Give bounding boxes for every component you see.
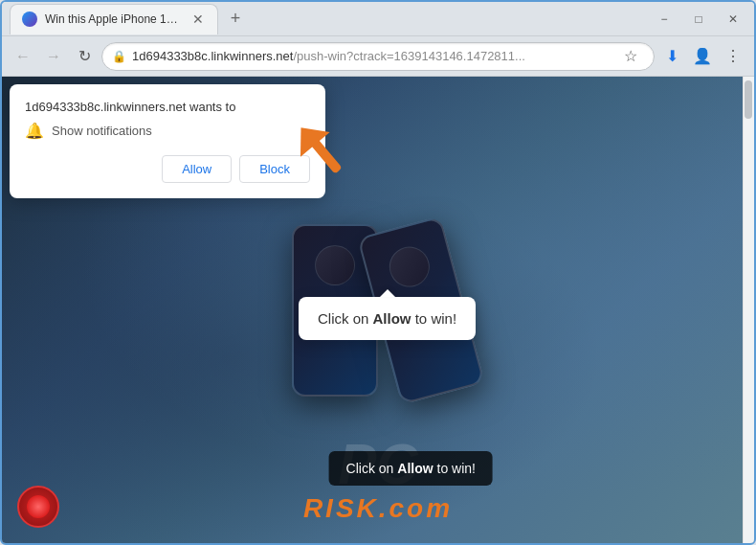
title-bar: Win this Apple iPhone 11 Pro! ✕ + − □ ✕ [2, 2, 754, 36]
close-window-button[interactable]: ✕ [720, 6, 746, 33]
active-tab[interactable]: Win this Apple iPhone 11 Pro! ✕ [10, 4, 218, 34]
maximize-button[interactable]: □ [685, 6, 712, 33]
tooltip-bold: Allow [373, 310, 411, 327]
allow-button[interactable]: Allow [162, 155, 232, 183]
forward-button[interactable]: → [40, 43, 67, 70]
bottom-tooltip-prefix: Click on [346, 461, 398, 476]
page-content: 🍎 PC RISK.com Click on Allow to win! 1d6… [2, 77, 754, 543]
brand-risk-text: RISK.com [2, 493, 754, 524]
allow-tooltip: Click on Allow to win! [299, 297, 476, 340]
url-bar[interactable]: 🔒 1d694333b8c.linkwinners.net/push-win?c… [101, 42, 655, 71]
bell-icon: 🔔 [25, 122, 44, 140]
minimize-button[interactable]: − [651, 6, 678, 33]
address-bar: ← → ↻ 🔒 1d694333b8c.linkwinners.net/push… [2, 36, 754, 77]
url-text: 1d694333b8c.linkwinners.net/push-win?ctr… [132, 49, 611, 63]
url-path: /push-win?ctrack=1639143146.1472811... [293, 49, 525, 63]
bottom-allow-tooltip: Click on Allow to win! [329, 451, 493, 486]
notification-buttons: Allow Block [25, 155, 310, 183]
notification-popup: 1d694333b8c.linkwinners.net wants to 🔔 S… [10, 84, 325, 198]
browser-window: Win this Apple iPhone 11 Pro! ✕ + − □ ✕ … [0, 0, 756, 545]
lock-icon: 🔒 [112, 50, 126, 63]
scrollbar-thumb[interactable] [745, 80, 752, 119]
notification-permission: 🔔 Show notifications [25, 122, 310, 140]
back-button[interactable]: ← [10, 43, 36, 70]
tooltip-suffix: to win! [411, 310, 457, 327]
account-icon[interactable]: 👤 [689, 43, 716, 70]
window-controls: − □ ✕ [651, 6, 746, 33]
pcrisk-logo [17, 486, 59, 528]
menu-icon[interactable]: ⋮ [720, 43, 746, 70]
orange-arrow-icon [284, 115, 361, 192]
bottom-tooltip-bold: Allow [397, 461, 433, 476]
bookmark-icon[interactable]: ☆ [617, 43, 644, 70]
tooltip-prefix: Click on [318, 310, 373, 327]
refresh-button[interactable]: ↻ [71, 43, 98, 70]
tab-favicon [22, 11, 37, 27]
bottom-tooltip-suffix: to win! [434, 461, 476, 476]
arrow-container [284, 115, 361, 195]
tab-close-button[interactable]: ✕ [190, 11, 206, 27]
notification-title: 1d694333b8c.linkwinners.net wants to [25, 100, 310, 114]
scrollbar[interactable] [743, 77, 754, 543]
download-icon: ⬇ [658, 43, 685, 70]
tab-title: Win this Apple iPhone 11 Pro! [45, 12, 179, 26]
notification-permission-label: Show notifications [52, 124, 152, 138]
new-tab-button[interactable]: + [222, 6, 249, 33]
url-domain: 1d694333b8c.linkwinners.net [132, 49, 293, 63]
pcrisk-logo-inner [27, 495, 50, 518]
